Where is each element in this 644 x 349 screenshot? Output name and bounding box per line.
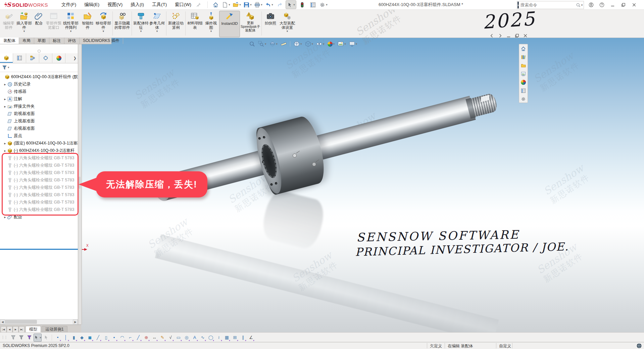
- measure-icon[interactable]: [281, 41, 287, 47]
- filter-vertices-icon[interactable]: [9, 334, 17, 341]
- tree-item-bolt[interactable]: (-) 六角头螺栓全螺纹 GB-T 5783: [0, 176, 78, 184]
- tree-item-history[interactable]: ▸ 历史记录: [0, 80, 78, 88]
- assembly-features-button[interactable]: 装配体特征 ▾: [133, 11, 149, 37]
- take-snapshot-button[interactable]: 拍快照: [263, 11, 278, 37]
- tree-item-bolt[interactable]: (-) 六角头螺栓全螺纹 GB-T 5783: [0, 206, 78, 213]
- tree-item-bolt[interactable]: (-) 六角头螺栓全螺纹 GB-T 5783: [0, 191, 78, 198]
- filter-angle-icon[interactable]: ∠: [247, 334, 255, 341]
- file-explorer-icon[interactable]: [520, 62, 527, 68]
- show-hidden-components-button[interactable]: 显示隐藏的零部件: [114, 11, 130, 37]
- filter-table-icon[interactable]: ▦: [223, 334, 231, 341]
- tree-item-bolt[interactable]: (-) 六角头螺栓全螺纹 GB-T 5783: [0, 154, 78, 162]
- insert-component-button[interactable]: 插入零部件 ▾: [16, 11, 32, 37]
- expand-arrow-icon[interactable]: ▸: [3, 141, 7, 145]
- panel-horizontal-scrollbar[interactable]: ◀ ▶: [0, 319, 78, 325]
- dimxpertmanager-tab[interactable]: [39, 53, 52, 63]
- menu-window[interactable]: 窗口(W): [171, 0, 195, 9]
- doc-minimize-icon[interactable]: [505, 33, 511, 38]
- print-icon[interactable]: [253, 1, 263, 9]
- doc-restore-icon[interactable]: [514, 33, 520, 38]
- tab-markup[interactable]: 标注: [49, 38, 64, 44]
- chevron-down-icon[interactable]: ▾: [156, 30, 158, 33]
- scrollbar-thumb[interactable]: [5, 320, 37, 324]
- tab-evaluate[interactable]: 评估: [64, 38, 80, 44]
- custom-properties-icon[interactable]: [520, 88, 527, 94]
- filter-dimension-icon[interactable]: ↔: [151, 334, 158, 341]
- filter-faces-icon[interactable]: [26, 334, 33, 341]
- tree-item-bolt[interactable]: (-) 六角头螺栓全螺纹 GB-T 5783: [0, 198, 78, 206]
- undo-icon[interactable]: [264, 1, 274, 9]
- tab-addins[interactable]: SOLIDWORKS 插件: [80, 38, 123, 44]
- menu-view[interactable]: 视图(V): [103, 0, 127, 9]
- account-icon[interactable]: [587, 1, 595, 9]
- tab-sketch[interactable]: 草图: [34, 38, 49, 44]
- tree-item-front-plane[interactable]: 前视基准面: [0, 110, 78, 117]
- featuremanager-tab[interactable]: [0, 53, 13, 63]
- chevron-down-icon[interactable]: ▾: [140, 30, 142, 33]
- propertymanager-tab[interactable]: [13, 53, 26, 63]
- tree-item-annotations[interactable]: ▸ 注解: [0, 95, 78, 103]
- solidworks-resources-icon[interactable]: [520, 46, 527, 52]
- menu-insert[interactable]: 插入(I): [127, 0, 148, 9]
- edit-appearance-icon[interactable]: [328, 42, 335, 47]
- filter-grid-icon[interactable]: ⊞: [231, 334, 239, 341]
- close-icon[interactable]: [630, 1, 638, 9]
- minimize-icon[interactable]: [608, 1, 617, 9]
- exploded-view-button[interactable]: 爆炸视图 ▾: [204, 11, 218, 37]
- configurationmanager-tab[interactable]: [26, 53, 39, 63]
- move-component-button[interactable]: 移动零部件 ▾: [96, 11, 111, 37]
- filter-circle-icon[interactable]: ⊕: [143, 334, 150, 341]
- open-icon[interactable]: [232, 1, 242, 9]
- zoom-fit-icon[interactable]: [249, 41, 255, 47]
- tree-item-subassembly-2[interactable]: ▸ (-) 600HZ44X-10Q-00-3-2活塞杆: [0, 147, 78, 154]
- displaymanager-tab[interactable]: [52, 53, 65, 63]
- filter-equation-icon[interactable]: √: [167, 334, 174, 341]
- home-icon[interactable]: [210, 1, 220, 9]
- filter-weld-icon[interactable]: ≀: [215, 334, 222, 341]
- filter-polygon-icon[interactable]: ◆: [78, 334, 86, 341]
- expand-arrow-icon[interactable]: ▸: [3, 82, 7, 86]
- properties-icon[interactable]: [308, 1, 318, 9]
- filter-parallel-icon[interactable]: ∥: [239, 334, 247, 341]
- expand-arrow-icon[interactable]: ▸: [3, 149, 7, 153]
- filter-spline-icon[interactable]: ∿: [199, 334, 206, 341]
- tab-layout[interactable]: 布局: [19, 38, 34, 44]
- chevron-down-icon[interactable]: ▾: [70, 30, 72, 33]
- update-speedpak-button[interactable]: 更新Speedpak子装配体: [241, 11, 260, 37]
- tab-motion-study[interactable]: 运动算例1: [42, 326, 67, 333]
- previous-document-icon[interactable]: [489, 33, 495, 38]
- instant3d-button[interactable]: Instant3D: [219, 11, 240, 37]
- view-palette-icon[interactable]: [520, 71, 527, 77]
- chevron-down-icon[interactable]: ▾: [210, 30, 212, 33]
- design-library-icon[interactable]: [520, 54, 527, 60]
- new-document-icon[interactable]: [221, 1, 231, 9]
- smart-fasteners-button[interactable]: 智能扣件: [80, 11, 95, 37]
- filter-sketch-line-icon[interactable]: ╱: [135, 334, 142, 341]
- display-style-icon[interactable]: [305, 41, 313, 47]
- section-view-icon[interactable]: [269, 41, 278, 47]
- expand-arrow-icon[interactable]: ▸: [3, 97, 7, 101]
- filter-line-icon[interactable]: │: [62, 334, 69, 341]
- apply-scene-icon[interactable]: [338, 41, 346, 47]
- tree-item-origin[interactable]: 原点: [0, 132, 78, 139]
- tree-item-root[interactable]: 600HZ44X-10Q-00-3活塞杆组件 (默: [0, 73, 78, 80]
- toolbar-grip[interactable]: ⋮⋮: [1, 335, 7, 340]
- reference-geometry-button[interactable]: 参考几何体 ▾: [149, 11, 165, 37]
- tree-item-sensors[interactable]: 传感器: [0, 88, 78, 95]
- tree-filter-bar[interactable]: ▾: [0, 63, 78, 72]
- options-gear-icon[interactable]: [318, 1, 329, 9]
- filter-annotation-icon[interactable]: ✎: [159, 334, 166, 341]
- rollback-bar[interactable]: [0, 249, 78, 250]
- restore-icon[interactable]: [619, 1, 628, 9]
- linear-pattern-button[interactable]: 线性零部件阵列 ▾: [62, 11, 80, 37]
- select-arrow-icon[interactable]: [286, 0, 296, 9]
- bill-of-materials-button[interactable]: 材料明细表: [187, 11, 203, 37]
- view-orientation-icon[interactable]: [294, 41, 302, 47]
- tree-item-weldment-folder[interactable]: ▸ 焊接文件夹: [0, 103, 78, 110]
- web-globe-icon[interactable]: [636, 343, 642, 349]
- next-tab-button[interactable]: ▶: [13, 326, 18, 333]
- new-motion-study-button[interactable]: 新建运动算例: [168, 11, 184, 37]
- large-assembly-settings-button[interactable]: 大型装配体设置 ▾: [279, 11, 296, 37]
- filter-rectangle-icon[interactable]: ▮: [70, 334, 78, 341]
- view-settings-icon[interactable]: [349, 41, 357, 47]
